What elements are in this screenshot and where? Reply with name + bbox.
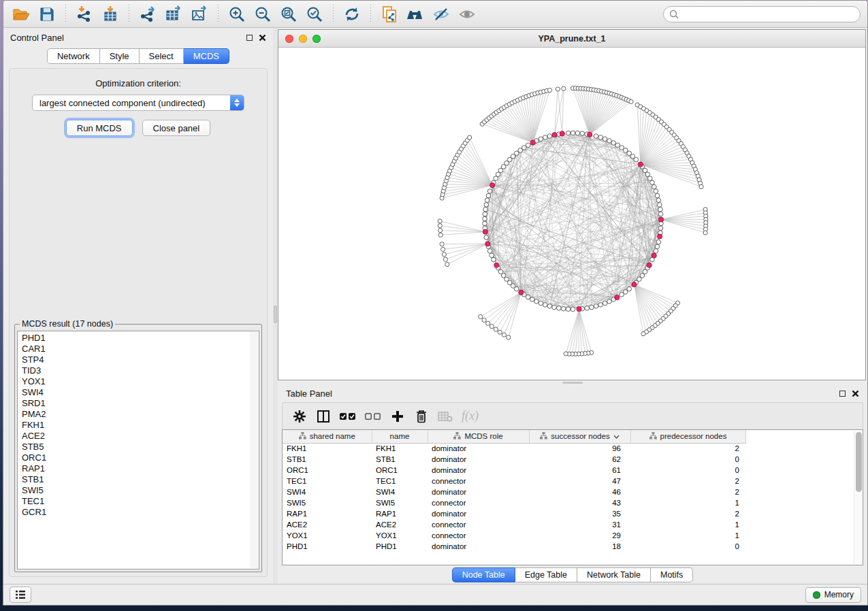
graph-node[interactable] — [658, 207, 663, 212]
graph-node[interactable] — [492, 257, 496, 262]
graph-node[interactable] — [552, 305, 557, 310]
export-image-icon[interactable] — [189, 4, 210, 24]
graph-node[interactable] — [526, 295, 530, 299]
import-network-icon[interactable] — [74, 4, 95, 24]
cell-successor-nodes[interactable]: 31 — [529, 519, 630, 530]
graph-leaf-node[interactable] — [440, 242, 444, 246]
cell-mcds-role[interactable]: dominator — [428, 508, 529, 519]
mcds-node-item[interactable]: CAR1 — [22, 344, 255, 354]
table-scrollbar-thumb[interactable] — [856, 432, 862, 492]
graph-leaf-node[interactable] — [507, 335, 511, 340]
graph-leaf-node[interactable] — [438, 233, 443, 237]
graph-mcds-hub-node[interactable] — [560, 131, 564, 136]
graph-node[interactable] — [656, 240, 661, 244]
vertical-splitter[interactable] — [273, 28, 278, 584]
graph-node[interactable] — [483, 212, 487, 216]
graph-node[interactable] — [484, 235, 489, 240]
zoom-out-icon[interactable] — [252, 4, 274, 24]
column-header-predecessor-nodes[interactable]: predecessor nodes — [630, 430, 745, 443]
graph-node[interactable] — [486, 193, 491, 198]
cell-shared-name[interactable]: RAP1 — [283, 508, 372, 519]
mcds-node-item[interactable]: RAP1 — [22, 463, 255, 474]
tab-node-table[interactable]: Node Table — [452, 567, 515, 582]
cell-shared-name[interactable]: SWI5 — [283, 497, 372, 508]
window-minimize-icon[interactable] — [299, 35, 307, 43]
cell-successor-nodes[interactable]: 61 — [529, 465, 630, 476]
mcds-node-item[interactable]: ORC1 — [22, 452, 255, 463]
cell-name[interactable]: STB1 — [372, 454, 428, 465]
float-panel-icon[interactable] — [839, 391, 846, 397]
graph-node[interactable] — [655, 193, 660, 198]
graph-leaf-node[interactable] — [548, 88, 552, 93]
cell-successor-nodes[interactable]: 46 — [529, 486, 630, 497]
graph-node[interactable] — [539, 301, 543, 306]
mcds-node-item[interactable]: STB5 — [22, 442, 255, 452]
cell-successor-nodes[interactable]: 29 — [529, 530, 630, 541]
close-panel-icon[interactable] — [259, 34, 266, 42]
zoom-fit-icon[interactable] — [278, 4, 300, 24]
cell-shared-name[interactable]: ACE2 — [283, 519, 372, 530]
graph-leaf-node[interactable] — [498, 330, 502, 334]
run-mcds-button[interactable]: Run MCDS — [66, 120, 133, 136]
graph-node[interactable] — [615, 143, 620, 148]
graph-mcds-hub-node[interactable] — [588, 132, 592, 137]
cell-name[interactable]: ACE2 — [372, 519, 428, 530]
table-row[interactable]: SWI5SWI5connector431 — [283, 497, 754, 508]
table-row[interactable]: YOX1YOX1connector291 — [283, 530, 754, 541]
graph-node[interactable] — [602, 137, 607, 142]
graph-node[interactable] — [607, 139, 612, 144]
graph-node[interactable] — [484, 203, 489, 208]
graph-leaf-node[interactable] — [486, 321, 490, 325]
graph-node[interactable] — [526, 143, 530, 148]
columns-icon[interactable] — [316, 408, 331, 425]
close-panel-icon[interactable] — [852, 390, 859, 397]
cell-mcds-role[interactable]: dominator — [428, 454, 529, 465]
graph-mcds-hub-node[interactable] — [552, 133, 557, 137]
tab-style[interactable]: Style — [100, 48, 140, 64]
automation-panel-button[interactable] — [10, 587, 31, 603]
graph-node[interactable] — [534, 299, 539, 304]
graph-mcds-hub-node[interactable] — [490, 183, 495, 188]
cell-mcds-role[interactable]: dominator — [428, 465, 529, 476]
graph-node[interactable] — [607, 299, 612, 304]
splitter-grip[interactable] — [562, 382, 583, 384]
cell-name[interactable]: FKH1 — [372, 443, 428, 454]
clone-network-icon[interactable] — [379, 4, 400, 24]
graph-node[interactable] — [485, 198, 489, 203]
graph-leaf-node[interactable] — [441, 247, 445, 251]
cell-predecessor-nodes[interactable]: 2 — [630, 476, 745, 486]
graph-node[interactable] — [543, 135, 548, 140]
graph-node[interactable] — [650, 180, 655, 185]
mcds-result-list[interactable]: PHD1CAR1STP4TID3YOX1SWI4SRD1PMA2FKH1ACE2… — [18, 331, 259, 519]
window-maximize-icon[interactable] — [312, 35, 321, 43]
table-row[interactable]: PHD1PHD1dominator180 — [283, 541, 754, 552]
zoom-in-icon[interactable] — [226, 4, 248, 24]
graph-node[interactable] — [658, 226, 663, 231]
cell-mcds-role[interactable]: connector — [428, 497, 529, 508]
graph-mcds-hub-node[interactable] — [530, 140, 535, 145]
cell-successor-nodes[interactable]: 43 — [529, 497, 630, 508]
cell-name[interactable]: SWI4 — [372, 486, 428, 497]
graph-mcds-hub-node[interactable] — [647, 263, 652, 267]
graph-node[interactable] — [654, 249, 658, 254]
graph-node[interactable] — [483, 216, 487, 221]
column-header-mcds-role[interactable]: MCDS role — [428, 430, 529, 443]
graph-node[interactable] — [575, 131, 580, 135]
table-row[interactable]: FKH1FKH1dominator962 — [283, 443, 754, 454]
graph-node[interactable] — [539, 137, 543, 142]
graph-node[interactable] — [594, 134, 598, 139]
table-row[interactable]: ORC1ORC1dominator610 — [283, 465, 754, 476]
graph-mcds-hub-node[interactable] — [652, 253, 656, 258]
graph-node[interactable] — [598, 303, 603, 308]
cell-name[interactable]: YOX1 — [372, 530, 428, 541]
cell-predecessor-nodes[interactable]: 2 — [630, 486, 745, 497]
cell-name[interactable]: RAP1 — [372, 508, 428, 519]
graph-leaf-node[interactable] — [482, 318, 486, 322]
import-table-icon[interactable] — [99, 4, 121, 24]
cell-predecessor-nodes[interactable]: 1 — [630, 497, 745, 508]
cell-predecessor-nodes[interactable]: 1 — [630, 530, 745, 541]
graph-node[interactable] — [566, 307, 570, 312]
tab-edge-table[interactable]: Edge Table — [515, 567, 577, 582]
float-panel-icon[interactable] — [246, 35, 253, 41]
graph-node[interactable] — [557, 306, 562, 311]
